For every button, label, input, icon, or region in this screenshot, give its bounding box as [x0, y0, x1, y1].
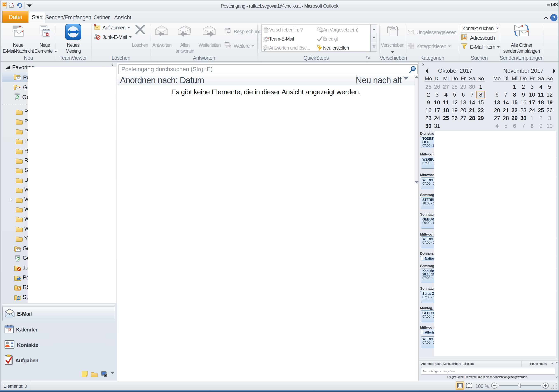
calendar-day[interactable]: 21: [468, 107, 476, 114]
calendar-day[interactable]: 29: [459, 84, 467, 90]
quickstep-verschieben-in-[interactable]: Verschieben in: ?: [262, 25, 303, 34]
minimize-ribbon-icon[interactable]: [543, 16, 549, 21]
calendar-day[interactable]: 15: [510, 100, 519, 106]
calendar-day[interactable]: 13: [493, 100, 501, 106]
quickstep-erledigt[interactable]: Erledigt: [317, 34, 338, 44]
collapse-navigation-icon[interactable]: [111, 63, 114, 66]
calendar-day[interactable]: 21: [502, 107, 510, 114]
calendar-day[interactable]: 2: [537, 115, 545, 121]
calendar-day[interactable]: 11: [442, 100, 450, 106]
calendar-day[interactable]: 31: [433, 123, 441, 129]
shortcuts-icon[interactable]: [101, 371, 108, 378]
besprechung-button[interactable]: Besprechung: [224, 27, 261, 36]
task-splitter[interactable]: [420, 358, 557, 358]
calendar-next-icon[interactable]: [553, 69, 556, 73]
calendar-day[interactable]: 20: [459, 107, 467, 114]
list-scrollbar[interactable]: [415, 75, 419, 184]
gallery-down-icon[interactable]: [371, 33, 377, 42]
calendar-day[interactable]: 17: [528, 100, 536, 106]
tab-ansicht[interactable]: Ansicht: [113, 12, 132, 23]
calendar-day[interactable]: 13: [459, 100, 467, 106]
calendar-day[interactable]: 2: [519, 84, 528, 90]
arrange-by-label[interactable]: Anordnen nach: Datum: [120, 75, 204, 85]
help-icon[interactable]: ?: [550, 14, 558, 22]
calendar-day[interactable]: 11: [537, 92, 545, 98]
calendar-day[interactable]: 14: [502, 100, 510, 106]
tab-senden-empfangen[interactable]: Senden/Empfangen: [46, 12, 90, 23]
adressbuch-button[interactable]: Adressbuch: [460, 34, 495, 42]
zoom-slider-thumb[interactable]: [518, 383, 521, 388]
calendar-day[interactable]: 27: [493, 115, 501, 121]
calendar-day[interactable]: 26: [433, 84, 441, 90]
quickstep-team-e-mail[interactable]: Team-E-Mail: [262, 34, 294, 44]
reading-view-button[interactable]: [465, 382, 474, 390]
calendar-day[interactable]: 30: [424, 123, 433, 129]
calendar-day[interactable]: 8: [528, 123, 536, 129]
task-sort-direction-icon[interactable]: [551, 363, 554, 364]
scroll-down-icon[interactable]: [415, 181, 418, 183]
module-button-kontakte[interactable]: Kontakte: [2, 338, 115, 352]
calendar-day[interactable]: 25: [537, 107, 545, 114]
calendar-day[interactable]: 28: [468, 115, 476, 121]
calendar-day[interactable]: 29: [510, 115, 519, 121]
calendar-day[interactable]: 7: [502, 92, 510, 98]
gallery-up-icon[interactable]: [371, 25, 377, 33]
calendar-day[interactable]: 22: [476, 107, 485, 114]
calendar-day[interactable]: 4: [493, 123, 501, 129]
calendar-day[interactable]: 10: [433, 100, 441, 106]
calendar-day[interactable]: 5: [450, 92, 459, 98]
list-header[interactable]: Anordnen nach: Datum Neu nach alt: [117, 75, 415, 85]
calendar-day[interactable]: 5: [502, 123, 510, 129]
task-scroll-down-icon[interactable]: [556, 377, 558, 378]
undo-icon[interactable]: [16, 3, 23, 9]
junk-email-button[interactable]: Junk-E-Mail: [93, 33, 132, 41]
calendar-day[interactable]: 3: [433, 92, 441, 98]
calendar-day[interactable]: 3: [528, 84, 536, 90]
favorites-collapse-icon[interactable]: [5, 65, 10, 69]
calendar-day[interactable]: 8: [510, 92, 519, 98]
task-arrange-label[interactable]: Anordnen nach: Kennzeichen: Fällig am: [421, 362, 474, 365]
quickstep-neu-erstellen[interactable]: Neu erstellen: [317, 44, 349, 53]
kategorisieren-button[interactable]: Kategorisieren: [407, 42, 451, 50]
navigation-splitter[interactable]: [2, 304, 115, 306]
calendar-day[interactable]: 28: [450, 84, 459, 90]
calendar-day[interactable]: 16: [424, 107, 433, 114]
send-receive-icon[interactable]: [8, 2, 14, 9]
calendar-day[interactable]: 3: [545, 115, 554, 121]
zoom-out-button[interactable]: [491, 383, 497, 389]
calendar-day[interactable]: 30: [468, 84, 476, 90]
calendar-day[interactable]: 7: [468, 92, 476, 98]
calendar-day[interactable]: 12: [450, 100, 459, 106]
outlook-logo-icon[interactable]: [2, 2, 7, 7]
email-filtern-button[interactable]: E-Mail filtern: [460, 43, 500, 51]
calendar-day[interactable]: 9: [519, 92, 528, 98]
calendar-day[interactable]: 6: [493, 92, 501, 98]
calendar-day[interactable]: 26: [545, 107, 554, 114]
calendar-day[interactable]: 16: [519, 100, 528, 106]
new-task-input[interactable]: [421, 368, 555, 374]
calendar-day[interactable]: 18: [537, 100, 545, 106]
calendar-day[interactable]: 22: [510, 107, 519, 114]
tab-datei[interactable]: Datei: [2, 11, 28, 23]
normal-view-button[interactable]: [456, 382, 464, 390]
sort-order-label[interactable]: Neu nach alt: [356, 75, 401, 85]
calendar-day[interactable]: 12: [545, 92, 554, 98]
tab-start[interactable]: Start: [29, 12, 45, 23]
zoom-in-button[interactable]: [542, 383, 549, 389]
calendar-day[interactable]: 23: [424, 115, 433, 121]
sort-dropdown-icon[interactable]: [403, 77, 409, 80]
calendar-day[interactable]: 1: [476, 84, 485, 90]
calendar-day[interactable]: 10: [528, 92, 536, 98]
calendar-day[interactable]: 19: [545, 100, 554, 106]
customize-quick-access-icon[interactable]: [27, 4, 32, 7]
aufraeumen-button[interactable]: Aufräumen: [93, 23, 130, 32]
task-list-header[interactable]: Anordnen nach: Kennzeichen: Fällig am He…: [419, 360, 558, 367]
zoom-level-label[interactable]: 100 %: [475, 383, 489, 389]
calendar-day[interactable]: 1: [528, 115, 536, 121]
module-button-kalender[interactable]: Kalender: [2, 322, 115, 337]
configure-buttons-icon[interactable]: [111, 372, 115, 374]
calendar-day[interactable]: 20: [493, 107, 501, 114]
module-button-email[interactable]: E-Mail: [2, 307, 115, 321]
expand-arrow-icon[interactable]: [10, 198, 12, 201]
notes-icon[interactable]: [81, 371, 88, 378]
